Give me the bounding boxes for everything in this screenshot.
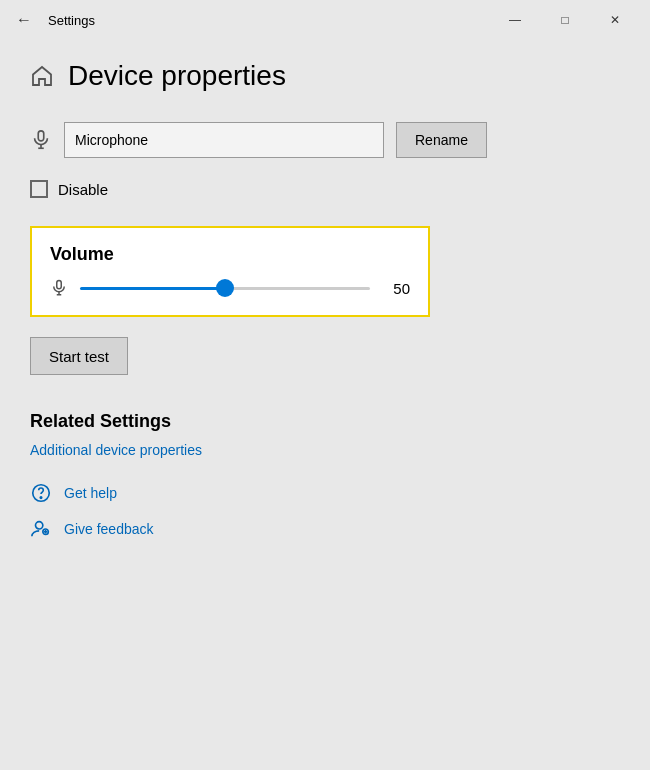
start-test-button[interactable]: Start test [30,337,128,375]
minimize-button[interactable]: — [492,5,538,35]
give-feedback-link[interactable]: Give feedback [64,521,154,537]
svg-point-8 [36,522,43,529]
svg-rect-3 [57,281,62,289]
get-help-row: Get help [30,482,620,504]
main-content: Device properties Rename Disable Volume [0,40,650,570]
give-feedback-icon [30,518,52,540]
disable-row: Disable [30,180,620,198]
title-bar-controls: — □ ✕ [492,5,638,35]
volume-title: Volume [50,244,410,265]
svg-point-7 [40,497,41,498]
home-icon [30,64,54,88]
volume-slider[interactable] [80,287,370,290]
close-button[interactable]: ✕ [592,5,638,35]
give-feedback-row: Give feedback [30,518,620,540]
back-button[interactable]: ← [12,7,36,33]
related-settings-title: Related Settings [30,411,620,432]
volume-section: Volume 50 [30,226,430,317]
device-name-row: Rename [30,122,620,158]
disable-label: Disable [58,181,108,198]
additional-device-properties-link[interactable]: Additional device properties [30,442,620,458]
page-header: Device properties [30,60,620,92]
volume-slider-row: 50 [50,279,410,297]
device-name-input[interactable] [64,122,384,158]
volume-value: 50 [382,280,410,297]
page-title: Device properties [68,60,286,92]
svg-rect-0 [38,131,44,141]
microphone-icon [30,129,52,151]
get-help-link[interactable]: Get help [64,485,117,501]
get-help-icon [30,482,52,504]
title-bar: ← Settings — □ ✕ [0,0,650,40]
volume-mic-icon [50,279,68,297]
disable-checkbox[interactable] [30,180,48,198]
maximize-button[interactable]: □ [542,5,588,35]
rename-button[interactable]: Rename [396,122,487,158]
help-links: Get help Give feedback [30,482,620,540]
title-bar-left: ← Settings [12,7,95,33]
window-title: Settings [48,13,95,28]
